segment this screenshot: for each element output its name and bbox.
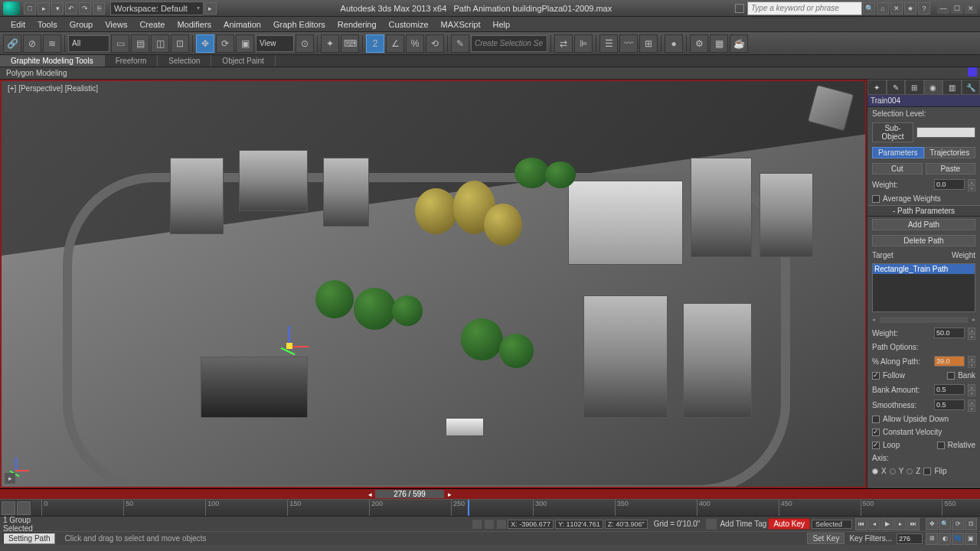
layers-icon[interactable]: ☰ [599, 34, 618, 53]
scroll-right-icon[interactable]: ▸ [972, 316, 975, 323]
redo-icon[interactable]: ↷ [79, 2, 91, 15]
menu-customize[interactable]: Customize [383, 20, 435, 29]
save-icon[interactable]: ▾ [51, 2, 64, 15]
object-color-swatch[interactable] [968, 67, 977, 77]
workspace-more-icon[interactable]: ▸ [204, 2, 217, 15]
subobject-button[interactable]: Sub-Object [872, 122, 913, 142]
ribbon-selection[interactable]: Selection [158, 55, 211, 67]
nav-walk-icon[interactable]: 👣 [952, 533, 964, 545]
weight2-input[interactable] [934, 328, 965, 338]
menu-modifiers[interactable]: Modifiers [171, 20, 217, 29]
key-filters-link[interactable]: Key Filters... [849, 534, 892, 543]
follow-checkbox[interactable] [872, 372, 880, 380]
coord-z[interactable]: Z: 40'3.906" [605, 520, 648, 529]
weight-input[interactable] [934, 179, 965, 190]
frame-prev-icon[interactable]: ◂ [364, 491, 375, 498]
timeline[interactable]: 050100150200250300350400450500550 [0, 499, 980, 516]
align-icon[interactable]: ⊫ [574, 34, 593, 53]
nav-pan-icon[interactable]: ✥ [926, 518, 938, 530]
menu-views[interactable]: Views [99, 20, 133, 29]
path-list[interactable]: Rectangle_Train Path [872, 263, 975, 312]
caret-icon[interactable] [735, 4, 744, 13]
timeline-ruler[interactable]: 050100150200250300350400450500550 [32, 500, 980, 516]
menu-animation[interactable]: Animation [217, 20, 267, 29]
selection-lock-icon[interactable] [497, 520, 506, 529]
set-key-button[interactable]: Set Key [807, 533, 844, 544]
keyboard-shortcut-icon[interactable]: ⌨ [341, 34, 359, 53]
schematic-icon[interactable]: ⊞ [639, 34, 658, 53]
nav-zoom-icon[interactable]: 🔍 [939, 518, 951, 530]
viewport[interactable]: [+] [Perspective] [Realistic] [0, 80, 867, 488]
next-frame-icon[interactable]: ▸ [894, 518, 906, 530]
flip-checkbox[interactable] [923, 468, 931, 475]
along-path-spinner[interactable]: ▴▾ [968, 356, 975, 367]
nav-max-icon[interactable]: ⊡ [965, 518, 977, 530]
ribbon-objectpaint[interactable]: Object Paint [211, 55, 275, 67]
mirror-icon[interactable]: ⇄ [554, 34, 573, 53]
search-go-icon[interactable]: 🔍 [863, 2, 875, 15]
add-time-tag[interactable]: Add Time Tag [720, 520, 766, 528]
goto-end-icon[interactable]: ⏭ [907, 518, 920, 530]
weight-spinner[interactable]: ▴▾ [968, 179, 975, 190]
subobject-dropdown[interactable] [916, 127, 975, 138]
weight2-spinner[interactable]: ▴▾ [968, 328, 975, 338]
coord-y[interactable]: Y: 1102'4.761 [555, 520, 603, 529]
goto-start-icon[interactable]: ⏮ [855, 518, 867, 530]
manipulate-icon[interactable]: ✦ [321, 34, 339, 53]
edit-named-sel-icon[interactable]: ✎ [451, 34, 469, 53]
nav-fov-icon[interactable]: ◐ [939, 533, 951, 545]
list-scrollbar[interactable] [880, 317, 968, 323]
new-icon[interactable]: □ [24, 2, 36, 15]
close-button[interactable]: ✕ [965, 3, 977, 14]
menu-rendering[interactable]: Rendering [332, 20, 383, 29]
timeline-current-marker[interactable] [468, 500, 469, 516]
select-move-icon[interactable]: ✥ [196, 34, 214, 53]
select-name-icon[interactable]: ▤ [131, 34, 149, 53]
object-name-field[interactable]: Train004 [867, 95, 980, 107]
signin-icon[interactable]: ⌂ [877, 2, 889, 15]
select-region-icon[interactable]: ◫ [151, 34, 169, 53]
menu-help[interactable]: Help [487, 20, 517, 29]
nav-zoom-ext-icon[interactable]: ⊞ [926, 533, 938, 545]
scene-3d[interactable] [2, 81, 865, 487]
axis-x-radio[interactable] [872, 468, 878, 474]
viewport-expand-icon[interactable]: ▸ [5, 473, 15, 484]
material-editor-icon[interactable]: ● [665, 34, 683, 53]
scroll-left-icon[interactable]: ◂ [872, 316, 875, 323]
timeline-config-icon[interactable] [2, 501, 15, 515]
exchange-icon[interactable]: ✕ [890, 2, 903, 15]
smoothness-spinner[interactable]: ▴▾ [968, 399, 975, 410]
nav-orbit-icon[interactable]: ⟳ [952, 518, 964, 530]
tab-display-icon[interactable]: ▥ [942, 80, 962, 95]
transform-gizmo[interactable] [277, 334, 302, 358]
frame-indicator[interactable]: 276 / 599 [375, 490, 444, 498]
bank-amount-input[interactable] [934, 384, 965, 395]
add-path-button[interactable]: Add Path [872, 219, 975, 230]
path-parameters-rollout[interactable]: - Path Parameters [867, 205, 980, 217]
select-rotate-icon[interactable]: ⟳ [216, 34, 234, 53]
viewport-label[interactable]: [+] [Perspective] [Realistic] [8, 84, 98, 93]
maximize-button[interactable]: ☐ [951, 3, 963, 14]
axis-y-radio[interactable] [890, 468, 896, 474]
current-frame-input[interactable] [897, 533, 923, 544]
cut-button[interactable]: Cut [872, 163, 923, 174]
tab-create-icon[interactable]: ✦ [867, 80, 887, 95]
tab-utilities-icon[interactable]: 🔧 [962, 80, 981, 95]
named-selection-dropdown[interactable]: Create Selection Se [471, 35, 547, 52]
minimize-button[interactable]: — [937, 3, 949, 14]
viewcube[interactable] [807, 84, 854, 131]
upside-down-checkbox[interactable] [872, 416, 880, 423]
along-path-input[interactable] [934, 356, 965, 367]
time-slider[interactable]: ◂ 276 / 599 ▸ [0, 488, 980, 499]
render-setup-icon[interactable]: ⚙ [690, 34, 708, 53]
percent-snap-icon[interactable]: % [406, 34, 424, 53]
ribbon-panel-label[interactable]: Polygon Modeling [0, 67, 980, 80]
help-icon[interactable]: ? [918, 2, 930, 15]
lock-selection-icon[interactable] [472, 520, 482, 529]
curve-editor-icon[interactable]: 〰 [619, 34, 638, 53]
ribbon-freeform[interactable]: Freeform [105, 55, 158, 67]
axis-z-radio[interactable] [906, 468, 913, 474]
nav-maximize-icon[interactable]: ▣ [965, 533, 977, 545]
spinner-snap-icon[interactable]: ⟲ [426, 34, 444, 53]
menu-maxscript[interactable]: MAXScript [435, 20, 487, 29]
